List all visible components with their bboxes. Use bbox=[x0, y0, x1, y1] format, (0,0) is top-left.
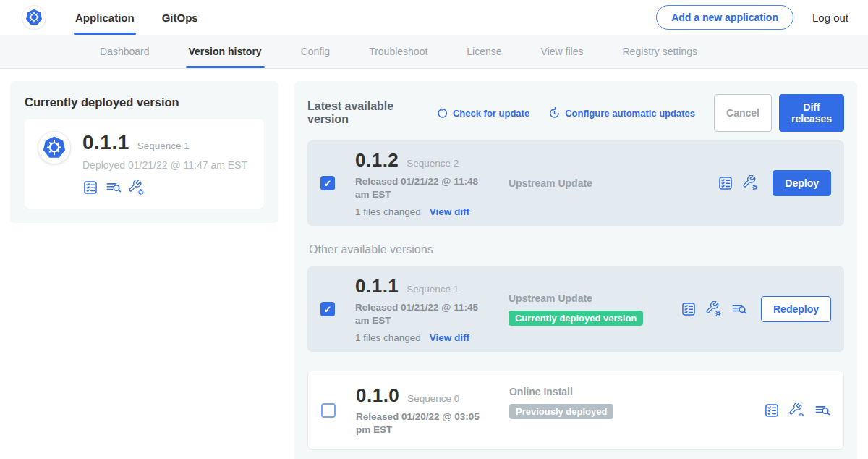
version-row-0-1-2: 0.1.2 Sequence 2 Released 01/21/22 @ 11:… bbox=[307, 140, 844, 226]
top-navbar: Application GitOps Add a new application… bbox=[0, 0, 868, 35]
previously-deployed-badge: Previously deployed bbox=[509, 404, 613, 419]
latest-available-panel: Latest available version Check for updat… bbox=[294, 81, 857, 459]
preflight-checks-icon[interactable] bbox=[681, 301, 697, 317]
cancel-button[interactable]: Cancel bbox=[714, 94, 772, 132]
subnav-troubleshoot[interactable]: Troubleshoot bbox=[369, 35, 427, 68]
subnav-version-history[interactable]: Version history bbox=[189, 35, 262, 68]
currently-deployed-badge: Currently deployed version bbox=[509, 311, 643, 326]
files-changed-label: 1 files changed bbox=[355, 206, 421, 217]
preflight-checks-icon[interactable] bbox=[82, 180, 98, 195]
version-source-label: Upstream Update bbox=[509, 177, 681, 189]
subnav-license[interactable]: License bbox=[467, 35, 501, 68]
released-timestamp: Released 01/20/22 @ 03:05 pm EST bbox=[356, 410, 492, 436]
kubernetes-logo-icon bbox=[22, 5, 46, 30]
deployed-panel-title: Currently deployed version bbox=[25, 96, 264, 109]
redeploy-button[interactable]: Redeploy bbox=[761, 296, 831, 322]
subnav-view-files[interactable]: View files bbox=[541, 35, 584, 68]
edit-config-icon[interactable] bbox=[706, 301, 722, 317]
version-number: 0.1.2 bbox=[355, 149, 399, 172]
add-new-application-button[interactable]: Add a new application bbox=[656, 5, 793, 30]
logout-button[interactable]: Log out bbox=[812, 12, 848, 24]
view-logs-icon[interactable] bbox=[731, 301, 747, 317]
sequence-label: Sequence 0 bbox=[407, 393, 459, 404]
view-diff-link[interactable]: View diff bbox=[430, 206, 469, 217]
subnav-config[interactable]: Config bbox=[301, 35, 330, 68]
deploy-button[interactable]: Deploy bbox=[773, 170, 831, 196]
clock-refresh-icon bbox=[548, 107, 561, 119]
deployed-version-number: 0.1.1 bbox=[82, 131, 129, 154]
configure-automatic-updates-link[interactable]: Configure automatic updates bbox=[548, 107, 695, 119]
view-config-icon[interactable] bbox=[789, 403, 805, 418]
view-logs-icon[interactable] bbox=[106, 180, 122, 195]
files-changed-label: 1 files changed bbox=[355, 332, 421, 343]
version-source-label: Online Install bbox=[509, 386, 681, 397]
deployed-sequence-label: Sequence 1 bbox=[137, 140, 190, 151]
preflight-checks-icon[interactable] bbox=[718, 175, 733, 191]
subnav-registry-settings[interactable]: Registry settings bbox=[622, 35, 697, 68]
app-subnav: Dashboard Version history Config Trouble… bbox=[0, 35, 868, 69]
preflight-checks-icon[interactable] bbox=[764, 403, 780, 418]
latest-panel-title: Latest available version bbox=[307, 100, 420, 126]
view-diff-link[interactable]: View diff bbox=[430, 332, 469, 343]
version-checkbox[interactable] bbox=[320, 176, 335, 190]
tab-gitops[interactable]: GitOps bbox=[162, 0, 198, 35]
version-row-0-1-0: 0.1.0 Sequence 0 Released 01/20/22 @ 03:… bbox=[307, 371, 844, 450]
version-checkbox[interactable] bbox=[321, 403, 336, 418]
kubernetes-app-icon bbox=[38, 131, 71, 164]
sequence-label: Sequence 2 bbox=[407, 158, 459, 169]
diff-releases-button[interactable]: Diff releases bbox=[779, 94, 844, 132]
top-tabs: Application GitOps bbox=[75, 0, 198, 35]
version-number: 0.1.1 bbox=[355, 275, 399, 298]
version-source-label: Upstream Update bbox=[509, 292, 681, 304]
deployed-timestamp: Deployed 01/21/22 @ 11:47 am EST bbox=[82, 159, 247, 171]
check-for-update-link[interactable]: Check for update bbox=[436, 107, 529, 119]
view-logs-icon[interactable] bbox=[814, 403, 830, 418]
released-timestamp: Released 01/21/22 @ 11:45 am EST bbox=[355, 301, 491, 327]
sequence-label: Sequence 1 bbox=[407, 284, 459, 295]
tab-application[interactable]: Application bbox=[75, 0, 135, 35]
version-checkbox[interactable] bbox=[320, 302, 335, 316]
subnav-dashboard[interactable]: Dashboard bbox=[100, 35, 150, 68]
edit-config-icon[interactable] bbox=[129, 180, 145, 195]
edit-config-icon[interactable] bbox=[743, 175, 759, 191]
other-versions-label: Other available versions bbox=[309, 243, 844, 256]
version-number: 0.1.0 bbox=[356, 384, 399, 407]
refresh-icon bbox=[436, 107, 448, 119]
deployed-version-card: 0.1.1 Sequence 1 Deployed 01/21/22 @ 11:… bbox=[25, 119, 264, 209]
currently-deployed-panel: Currently deployed version 0.1.1 Sequenc… bbox=[10, 81, 278, 223]
version-row-0-1-1: 0.1.1 Sequence 1 Released 01/21/22 @ 11:… bbox=[307, 266, 844, 352]
released-timestamp: Released 01/21/22 @ 11:48 am EST bbox=[355, 175, 491, 201]
